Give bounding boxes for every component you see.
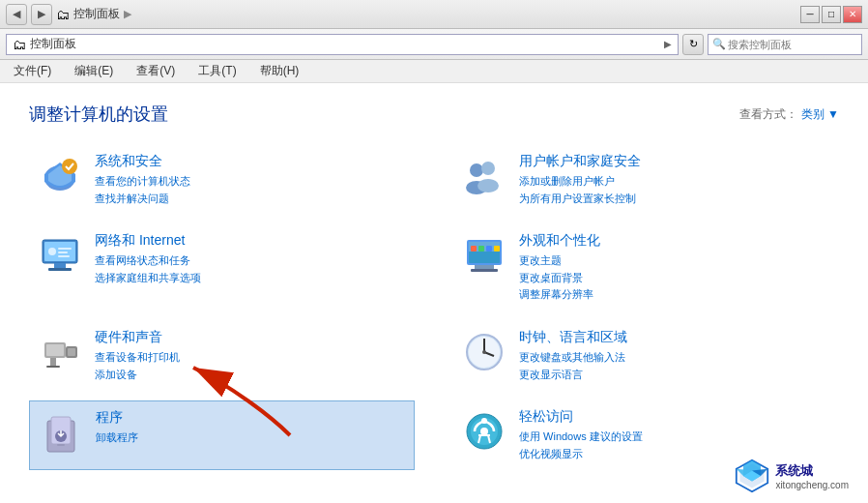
- svg-rect-37: [57, 444, 65, 446]
- svg-point-5: [477, 179, 499, 192]
- clock-title[interactable]: 时钟、语言和区域: [519, 329, 831, 346]
- network-subs: 查看网络状态和任务 选择家庭组和共享选项: [95, 252, 407, 286]
- address-text: 控制面板: [30, 36, 660, 52]
- hardware-icon: [37, 329, 83, 375]
- category-appearance[interactable]: 外观和个性化 更改主题 更改桌面背景 调整屏幕分辨率: [453, 224, 839, 311]
- svg-rect-26: [68, 348, 75, 356]
- appearance-sub-0[interactable]: 更改主题: [519, 252, 831, 270]
- content-area: 调整计算机的设置 查看方式： 类别 ▼ 系统和安全 查看您的计算机状态: [0, 83, 868, 503]
- hardware-sub-0[interactable]: 查看设备和打印机: [95, 349, 407, 367]
- minimize-button[interactable]: ─: [800, 6, 820, 23]
- view-value[interactable]: 类别 ▼: [801, 106, 839, 123]
- category-user-accounts[interactable]: 用户帐户和家庭安全 添加或删除用户帐户 为所有用户设置家长控制: [453, 145, 839, 215]
- system-security-sub-1[interactable]: 查找并解决问题: [95, 191, 407, 208]
- search-input[interactable]: [728, 39, 857, 50]
- address-bar: 🗂 控制面板 ▶ ↻ 🔍: [0, 29, 868, 60]
- address-arrow: ▶: [664, 39, 672, 49]
- svg-rect-27: [50, 358, 56, 366]
- panel-icon: 🗂: [13, 37, 26, 52]
- appearance-title[interactable]: 外观和个性化: [519, 232, 831, 250]
- user-accounts-info: 用户帐户和家庭安全 添加或删除用户帐户 为所有用户设置家长控制: [519, 153, 831, 207]
- close-button[interactable]: ✕: [843, 6, 862, 23]
- programs-subs: 卸载程序: [96, 429, 406, 447]
- svg-rect-13: [58, 255, 70, 257]
- back-button[interactable]: ◀: [6, 4, 27, 25]
- search-box[interactable]: 🔍: [708, 34, 862, 55]
- clock-sub-0[interactable]: 更改键盘或其他输入法: [519, 349, 831, 367]
- svg-point-4: [481, 162, 495, 175]
- menu-bar: 文件(F) 编辑(E) 查看(V) 工具(T) 帮助(H): [0, 60, 868, 83]
- svg-point-1: [62, 159, 77, 174]
- hardware-subs: 查看设备和打印机 添加设备: [95, 349, 407, 383]
- svg-rect-11: [58, 248, 72, 250]
- svg-rect-19: [471, 246, 477, 252]
- folder-icon: 🗂: [56, 7, 70, 22]
- forward-button[interactable]: ▶: [31, 4, 52, 25]
- programs-sub-0[interactable]: 卸载程序: [96, 429, 406, 447]
- menu-help[interactable]: 帮助(H): [256, 61, 304, 81]
- network-title[interactable]: 网络和 Internet: [95, 232, 407, 250]
- ease-title[interactable]: 轻松访问: [519, 408, 831, 426]
- ease-info: 轻松访问 使用 Windows 建议的设置 优化视频显示: [519, 408, 831, 462]
- clock-sub-1[interactable]: 更改显示语言: [519, 367, 831, 384]
- system-security-subs: 查看您的计算机状态 查找并解决问题: [95, 173, 407, 207]
- network-icon: [37, 232, 83, 279]
- ease-sub-0[interactable]: 使用 Windows 建议的设置: [519, 429, 831, 446]
- system-security-title[interactable]: 系统和安全: [95, 153, 407, 170]
- clock-icon: [461, 329, 507, 375]
- menu-edit[interactable]: 编辑(E): [71, 61, 117, 81]
- watermark-text: 系统城: [775, 462, 849, 480]
- refresh-button[interactable]: ↻: [682, 34, 704, 55]
- menu-tools[interactable]: 工具(T): [194, 61, 240, 81]
- menu-view[interactable]: 查看(V): [132, 61, 179, 81]
- user-accounts-title[interactable]: 用户帐户和家庭安全: [519, 153, 831, 170]
- user-accounts-sub-0[interactable]: 添加或删除用户帐户: [519, 173, 831, 191]
- category-hardware[interactable]: 硬件和声音 查看设备和打印机 添加设备: [29, 321, 415, 391]
- category-system-security[interactable]: 系统和安全 查看您的计算机状态 查找并解决问题: [29, 145, 415, 215]
- category-network[interactable]: 网络和 Internet 查看网络状态和任务 选择家庭组和共享选项: [29, 224, 415, 311]
- user-accounts-sub-1[interactable]: 为所有用户设置家长控制: [519, 191, 831, 208]
- ease-icon: [461, 408, 507, 455]
- programs-icon: [38, 409, 84, 456]
- svg-rect-17: [475, 265, 494, 269]
- address-input[interactable]: 🗂 控制面板 ▶: [6, 34, 679, 55]
- system-security-info: 系统和安全 查看您的计算机状态 查找并解决问题: [95, 153, 407, 207]
- menu-file[interactable]: 文件(F): [10, 61, 55, 81]
- hardware-title[interactable]: 硬件和声音: [95, 329, 407, 346]
- appearance-sub-2[interactable]: 调整屏幕分辨率: [519, 286, 831, 304]
- svg-rect-12: [58, 252, 68, 253]
- programs-title[interactable]: 程序: [96, 409, 406, 427]
- appearance-sub-1[interactable]: 更改桌面背景: [519, 270, 831, 287]
- svg-rect-21: [486, 246, 492, 252]
- watermark-sub: xitongcheng.com: [775, 480, 849, 490]
- page-title: 调整计算机的设置: [29, 103, 168, 126]
- system-security-icon: [37, 153, 83, 199]
- network-sub-0[interactable]: 查看网络状态和任务: [95, 252, 407, 270]
- category-clock[interactable]: 时钟、语言和区域 更改键盘或其他输入法 更改显示语言: [453, 321, 839, 391]
- user-accounts-icon: [461, 153, 507, 199]
- hardware-sub-1[interactable]: 添加设备: [95, 367, 407, 384]
- svg-rect-18: [471, 269, 498, 272]
- maximize-button[interactable]: □: [822, 6, 841, 23]
- view-switch: 查看方式： 类别 ▼: [739, 106, 839, 123]
- title-text: 控制面板: [73, 6, 120, 22]
- system-security-sub-0[interactable]: 查看您的计算机状态: [95, 173, 407, 191]
- svg-point-10: [48, 248, 56, 255]
- svg-point-2: [470, 163, 483, 177]
- title-bar: ◀ ▶ 🗂 控制面板 ▶ ─ □ ✕: [0, 0, 868, 29]
- programs-info: 程序 卸载程序: [96, 409, 406, 447]
- breadcrumb-arrow: ▶: [124, 8, 131, 20]
- svg-rect-24: [46, 344, 64, 356]
- svg-rect-22: [494, 246, 500, 252]
- network-sub-1[interactable]: 选择家庭组和共享选项: [95, 270, 407, 287]
- svg-point-33: [482, 350, 486, 354]
- category-programs[interactable]: 程序 卸载程序: [29, 400, 415, 470]
- title-bar-left: ◀ ▶ 🗂 控制面板 ▶: [6, 4, 131, 25]
- svg-rect-9: [48, 268, 72, 271]
- appearance-subs: 更改主题 更改桌面背景 调整屏幕分辨率: [519, 252, 831, 304]
- appearance-info: 外观和个性化 更改主题 更改桌面背景 调整屏幕分辨率: [519, 232, 831, 304]
- svg-point-41: [481, 418, 487, 424]
- clock-subs: 更改键盘或其他输入法 更改显示语言: [519, 349, 831, 383]
- categories-grid: 系统和安全 查看您的计算机状态 查找并解决问题 用户帐户和家庭安全: [29, 145, 839, 470]
- user-accounts-subs: 添加或删除用户帐户 为所有用户设置家长控制: [519, 173, 831, 207]
